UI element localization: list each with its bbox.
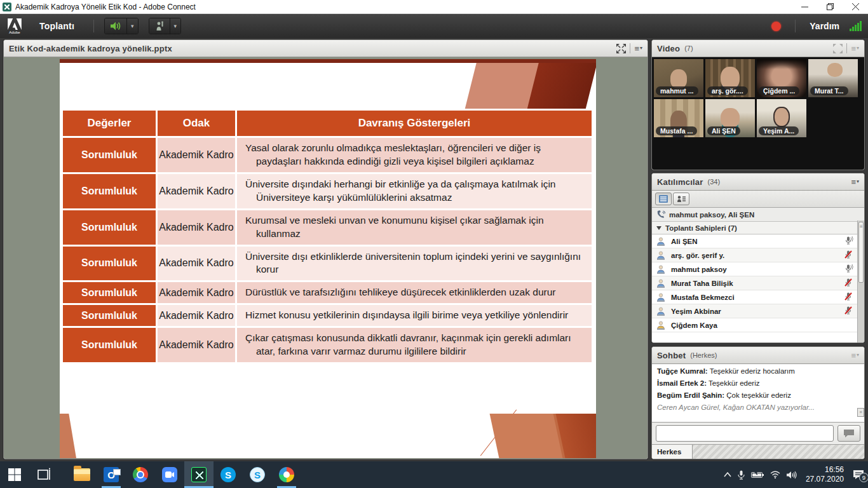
file-explorer-icon bbox=[74, 468, 90, 481]
chat-sender: Begüm Erdil Şahin: bbox=[657, 391, 724, 399]
focus-cell: Akademik Kadro bbox=[158, 282, 235, 303]
pod-menu-icon[interactable]: ≡▾ bbox=[851, 44, 859, 53]
adobe-connect-app-icon bbox=[3, 3, 11, 11]
video-participant-name: Mustafa ... bbox=[656, 126, 697, 135]
close-button[interactable] bbox=[843, 0, 868, 13]
pod-menu-icon[interactable]: ≡▾ bbox=[851, 351, 859, 360]
speaker-button[interactable] bbox=[105, 18, 126, 34]
outlook-icon: O bbox=[104, 467, 119, 482]
taskbar-outlook-button[interactable]: O bbox=[97, 461, 126, 488]
indicator-cell: Dürüstlük ve tarafsızlığını tehlikeye dü… bbox=[237, 282, 592, 303]
mic-muted-icon bbox=[844, 306, 853, 315]
status-button[interactable] bbox=[149, 18, 170, 34]
chat-message: Tuğçe Kumral: Teşekkür ederiz hocalarım bbox=[657, 367, 859, 375]
participants-pod: Katılımcılar (34) ≡▾ mahmut paksoy, Ali … bbox=[651, 173, 865, 343]
participant-name: mahmut paksoy bbox=[671, 266, 727, 273]
mic-muted-icon bbox=[844, 292, 853, 301]
table-header-row: DeğerlerOdakDavranış Göstergeleri bbox=[63, 111, 592, 136]
participants-scrollbar[interactable] bbox=[857, 220, 864, 342]
taskbar-paint-button[interactable] bbox=[272, 461, 301, 488]
hosts-group-row[interactable]: Toplantı Sahipleri (7) bbox=[652, 222, 864, 234]
phone-users-label: mahmut paksoy, Ali ŞEN bbox=[669, 211, 754, 219]
pod-menu-icon[interactable]: ≡▾ bbox=[634, 44, 642, 53]
value-cell: Sorumluluk bbox=[63, 305, 156, 326]
video-thumbnail[interactable]: Ali ŞEN bbox=[705, 99, 755, 137]
tray-volume-icon[interactable] bbox=[787, 471, 797, 479]
indicator-cell: Hizmet konusu yetkilerinin dışındaysa il… bbox=[237, 305, 592, 326]
chrome-icon bbox=[133, 467, 148, 482]
video-thumbnail[interactable]: Çiğdem ... bbox=[757, 59, 806, 97]
person-avatar-icon bbox=[656, 236, 666, 247]
chat-sender: İsmail Ertek 2: bbox=[657, 379, 707, 387]
fullscreen-icon[interactable] bbox=[616, 44, 626, 53]
chat-input[interactable] bbox=[656, 425, 834, 442]
taskbar-start-button[interactable] bbox=[0, 461, 29, 488]
hosts-group-label: Toplantı Sahipleri (7) bbox=[665, 224, 737, 232]
video-thumbnail[interactable]: arş. gör.... bbox=[705, 59, 755, 97]
minimize-button[interactable] bbox=[792, 0, 817, 13]
adobe-connect-taskbar-icon bbox=[191, 467, 207, 482]
maximize-button[interactable] bbox=[817, 0, 843, 13]
tray-clock[interactable]: 16:56 27.07.2020 bbox=[806, 465, 844, 484]
taskbar-task-view-button[interactable] bbox=[29, 461, 58, 488]
chat-scope: (Herkes) bbox=[690, 351, 717, 359]
value-cell: Sorumluluk bbox=[63, 174, 156, 208]
participant-row[interactable]: Çiğdem Kaya bbox=[652, 318, 857, 332]
mic-active-icon bbox=[844, 236, 853, 245]
indicator-cell: Kurumsal ve mesleki unvan ve konumunu ki… bbox=[237, 210, 592, 245]
share-pod-header: Etik Kod-akademik kadroya yönelik.pptx ≡… bbox=[4, 40, 648, 57]
participant-row[interactable]: Murat Taha Bilişik bbox=[652, 276, 857, 290]
slide-decor-shape bbox=[526, 63, 596, 112]
table-row: SorumlulukAkademik KadroÇıkar çatışması … bbox=[63, 328, 592, 362]
tray-chevron-icon[interactable] bbox=[724, 472, 731, 477]
pod-menu-icon[interactable]: ≡▾ bbox=[851, 178, 859, 186]
taskbar-explorer-button[interactable] bbox=[67, 461, 97, 488]
tray-microphone-icon[interactable] bbox=[738, 470, 745, 480]
connection-signal-icon[interactable] bbox=[850, 21, 862, 31]
taskbar-skype-classic-button[interactable]: S bbox=[243, 461, 272, 488]
menu-bar: Adobe Toplantı ▾ ▾ Yardım bbox=[0, 14, 868, 38]
chat-message: Begüm Erdil Şahin: Çok teşekkür ederiz bbox=[657, 391, 859, 399]
recording-indicator-icon[interactable] bbox=[771, 22, 781, 31]
taskbar-adobe-connect-button[interactable] bbox=[184, 461, 214, 488]
participant-row[interactable]: mahmut paksoy bbox=[652, 262, 857, 276]
video-thumbnail[interactable]: Mustafa ... bbox=[654, 99, 703, 137]
participant-row[interactable]: Yeşim Akbinar bbox=[652, 304, 857, 318]
fullscreen-icon[interactable] bbox=[833, 44, 843, 53]
tray-battery-icon[interactable] bbox=[751, 471, 764, 478]
list-view-button[interactable] bbox=[655, 193, 672, 205]
speaker-icon bbox=[110, 21, 121, 31]
status-dropdown[interactable]: ▾ bbox=[170, 18, 181, 34]
skype-classic-icon: S bbox=[250, 467, 265, 482]
participant-name: Yeşim Akbinar bbox=[671, 308, 721, 315]
chat-pod: Sohbet (Herkes) ≡▾ Tuğçe Kumral: Teşekkü… bbox=[651, 346, 865, 459]
video-thumbnail[interactable]: Murat T... bbox=[808, 59, 858, 97]
tray-wifi-icon[interactable] bbox=[770, 471, 780, 478]
video-thumbnail[interactable]: Yeşim A... bbox=[757, 99, 806, 137]
taskbar-zoom-button[interactable] bbox=[155, 461, 184, 488]
zoom-icon bbox=[162, 467, 177, 482]
chat-scrollbar[interactable]: ≡ bbox=[857, 408, 864, 417]
participant-name: Ali ŞEN bbox=[671, 238, 698, 245]
menu-help[interactable]: Yardım bbox=[810, 21, 839, 31]
notification-center-icon[interactable]: 9 bbox=[853, 470, 864, 480]
participants-toolbar bbox=[652, 191, 864, 208]
chat-messages: Tuğçe Kumral: Teşekkür ederiz hocalarımİ… bbox=[652, 364, 864, 423]
table-row: SorumlulukAkademik KadroÜniversite dışı … bbox=[63, 247, 592, 281]
speaker-dropdown[interactable]: ▾ bbox=[126, 18, 138, 34]
menu-toplanti[interactable]: Toplantı bbox=[25, 21, 88, 31]
video-thumbnail[interactable]: mahmut ... bbox=[654, 59, 703, 97]
chat-send-button[interactable] bbox=[837, 425, 860, 442]
person-avatar-icon bbox=[656, 320, 666, 330]
taskbar-skype-button[interactable]: S bbox=[214, 461, 243, 488]
status-view-button[interactable] bbox=[673, 193, 689, 205]
value-cell: Sorumluluk bbox=[63, 247, 156, 281]
adobe-logo-icon[interactable]: Adobe bbox=[4, 15, 25, 37]
participant-name: arş. gör. şerif y. bbox=[671, 252, 724, 259]
chat-tab-herkes[interactable]: Herkes bbox=[652, 445, 693, 459]
participant-row[interactable]: arş. gör. şerif y. bbox=[652, 248, 857, 262]
table-row: SorumlulukAkademik KadroDürüstlük ve tar… bbox=[63, 282, 592, 303]
participant-row[interactable]: Ali ŞEN bbox=[652, 234, 857, 248]
participant-row[interactable]: Mustafa Bekmezci bbox=[652, 290, 857, 304]
taskbar-chrome-button[interactable] bbox=[126, 461, 155, 488]
